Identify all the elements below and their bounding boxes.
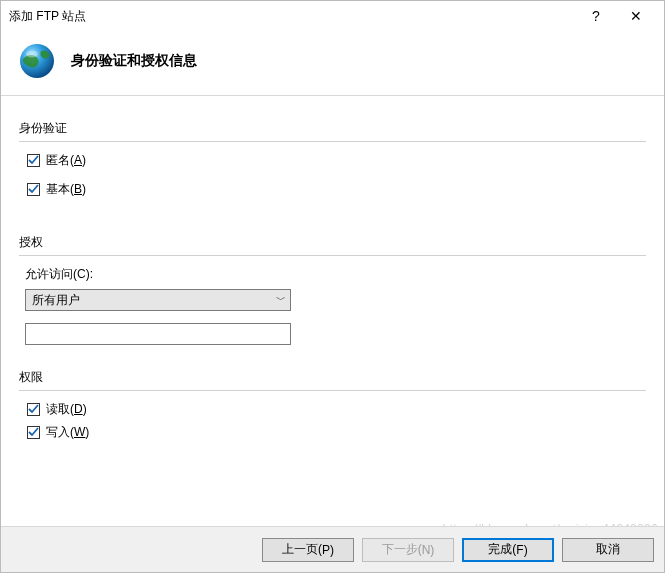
window-title: 添加 FTP 站点 bbox=[9, 8, 576, 25]
wizard-header: 身份验证和授权信息 bbox=[1, 31, 664, 96]
divider bbox=[19, 255, 646, 256]
finish-button[interactable]: 完成(F) bbox=[462, 538, 554, 562]
help-button[interactable]: ? bbox=[576, 8, 616, 24]
globe-icon bbox=[17, 41, 57, 81]
select-allow-access[interactable]: 所有用户 ﹀ bbox=[25, 289, 291, 311]
checkbox-icon bbox=[27, 154, 40, 167]
svg-point-1 bbox=[26, 51, 38, 58]
checkbox-write[interactable]: 写入(W) bbox=[27, 424, 646, 441]
checkbox-anonymous[interactable]: 匿名(A) bbox=[27, 152, 646, 169]
checkbox-icon bbox=[27, 426, 40, 439]
previous-button[interactable]: 上一页(P) bbox=[262, 538, 354, 562]
checkbox-label: 读取(D) bbox=[46, 401, 87, 418]
checkbox-label: 匿名(A) bbox=[46, 152, 86, 169]
checkbox-read[interactable]: 读取(D) bbox=[27, 401, 646, 418]
close-button[interactable]: ✕ bbox=[616, 8, 656, 24]
checkbox-label: 基本(B) bbox=[46, 181, 86, 198]
chevron-down-icon: ﹀ bbox=[272, 293, 290, 307]
select-value: 所有用户 bbox=[26, 292, 272, 309]
checkbox-basic[interactable]: 基本(B) bbox=[27, 181, 646, 198]
page-title: 身份验证和授权信息 bbox=[71, 52, 197, 70]
label-allow-access: 允许访问(C): bbox=[25, 266, 646, 283]
group-label-authorization: 授权 bbox=[19, 234, 646, 251]
group-authorization: 授权 允许访问(C): 所有用户 ﹀ bbox=[19, 234, 646, 345]
wizard-body: 身份验证 匿名(A) 基本(B) 授权 允许访问(C): 所有用户 ﹀ 权限 bbox=[1, 96, 664, 441]
next-button: 下一步(N) bbox=[362, 538, 454, 562]
divider bbox=[19, 390, 646, 391]
group-label-authentication: 身份验证 bbox=[19, 120, 646, 137]
divider bbox=[19, 141, 646, 142]
checkbox-icon bbox=[27, 183, 40, 196]
wizard-footer: 上一页(P) 下一步(N) 完成(F) 取消 bbox=[1, 526, 664, 572]
checkbox-label: 写入(W) bbox=[46, 424, 89, 441]
checkbox-icon bbox=[27, 403, 40, 416]
group-label-permissions: 权限 bbox=[19, 369, 646, 386]
input-allow-specifier[interactable] bbox=[25, 323, 291, 345]
group-authentication: 身份验证 匿名(A) 基本(B) bbox=[19, 120, 646, 198]
titlebar: 添加 FTP 站点 ? ✕ bbox=[1, 1, 664, 31]
cancel-button[interactable]: 取消 bbox=[562, 538, 654, 562]
group-permissions: 权限 读取(D) 写入(W) bbox=[19, 369, 646, 441]
